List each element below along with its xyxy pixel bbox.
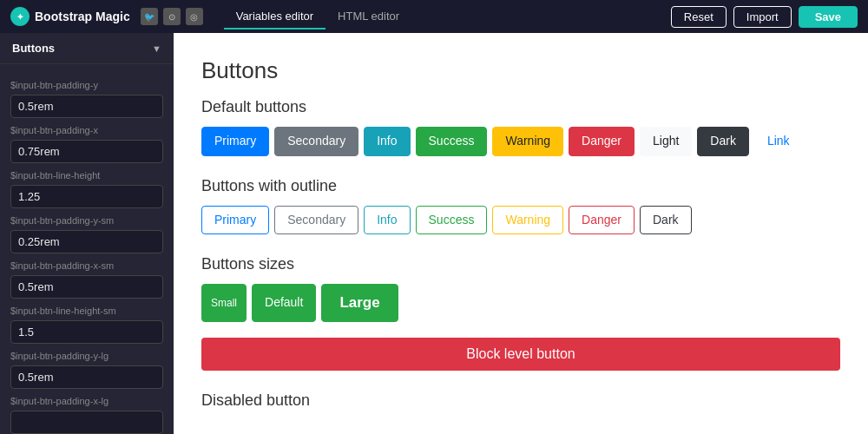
btn-block-level[interactable]: Block level button bbox=[201, 338, 840, 371]
sidebar-label-5: $input-btn-line-height-sm bbox=[10, 306, 163, 316]
sidebar-label-7: $input-btn-padding-x-lg bbox=[10, 396, 163, 406]
sidebar-header: Buttons ▼ bbox=[0, 33, 174, 64]
btn-outline-dark[interactable]: Dark bbox=[640, 206, 692, 235]
tab-variables-editor[interactable]: Variables editor bbox=[224, 4, 326, 30]
sidebar-section-title: Buttons bbox=[12, 42, 55, 55]
sidebar-label-0: $input-btn-padding-y bbox=[10, 80, 163, 90]
github-icon[interactable]: ⊙ bbox=[163, 8, 181, 25]
tab-html-editor[interactable]: HTML editor bbox=[326, 4, 411, 30]
btn-warning[interactable]: Warning bbox=[492, 127, 563, 156]
size-buttons-section: Buttons sizes Small Default Large Block … bbox=[201, 255, 840, 371]
btn-light[interactable]: Light bbox=[640, 127, 692, 156]
sidebar-input-2[interactable] bbox=[10, 185, 163, 208]
nav-tabs: Variables editor HTML editor bbox=[224, 4, 411, 30]
page-title: Buttons bbox=[201, 57, 840, 84]
size-buttons-row: Small Default Large bbox=[201, 284, 840, 322]
outline-buttons-row: Primary Secondary Info Success Warning D… bbox=[201, 206, 840, 235]
default-buttons-section: Default buttons Primary Secondary Info S… bbox=[201, 98, 840, 156]
btn-secondary[interactable]: Secondary bbox=[274, 127, 358, 156]
sidebar-label-4: $input-btn-padding-x-sm bbox=[10, 260, 163, 271]
outline-buttons-section: Buttons with outline Primary Secondary I… bbox=[201, 177, 840, 235]
btn-outline-success[interactable]: Success bbox=[416, 206, 488, 235]
social-links: 🐦 ⊙ ◎ bbox=[141, 8, 203, 25]
brand-name: Bootstrap Magic bbox=[35, 10, 130, 23]
btn-large[interactable]: Large bbox=[321, 284, 398, 322]
btn-outline-info[interactable]: Info bbox=[364, 206, 410, 235]
sidebar-items: $input-btn-padding-y $input-btn-padding-… bbox=[0, 64, 174, 434]
btn-success[interactable]: Success bbox=[416, 127, 488, 156]
import-button[interactable]: Import bbox=[733, 6, 792, 28]
reset-button[interactable]: Reset bbox=[671, 6, 727, 28]
sidebar-label-1: $input-btn-padding-x bbox=[10, 125, 163, 135]
chevron-down-icon: ▼ bbox=[152, 43, 161, 54]
sidebar: Buttons ▼ $input-btn-padding-y $input-bt… bbox=[0, 33, 174, 434]
btn-info[interactable]: Info bbox=[364, 127, 410, 156]
twitter-icon[interactable]: 🐦 bbox=[141, 8, 158, 25]
btn-outline-danger[interactable]: Danger bbox=[569, 206, 635, 235]
btn-default[interactable]: Default bbox=[252, 284, 316, 322]
btn-outline-warning[interactable]: Warning bbox=[492, 206, 563, 235]
btn-primary[interactable]: Primary bbox=[201, 127, 269, 156]
content-area: Buttons Default buttons Primary Secondar… bbox=[174, 33, 868, 434]
sidebar-input-1[interactable] bbox=[10, 140, 163, 163]
save-button[interactable]: Save bbox=[799, 6, 858, 28]
sidebar-input-0[interactable] bbox=[10, 95, 163, 118]
github2-icon[interactable]: ◎ bbox=[186, 8, 203, 25]
btn-dark[interactable]: Dark bbox=[697, 127, 749, 156]
default-buttons-row: Primary Secondary Info Success Warning D… bbox=[201, 127, 840, 156]
sidebar-input-4[interactable] bbox=[10, 275, 163, 299]
disabled-button-title: Disabled button bbox=[201, 391, 840, 410]
btn-link[interactable]: Link bbox=[754, 127, 803, 156]
navbar: ✦ Bootstrap Magic 🐦 ⊙ ◎ Variables editor… bbox=[0, 0, 868, 33]
disabled-button-section: Disabled button bbox=[201, 391, 840, 410]
outline-buttons-title: Buttons with outline bbox=[201, 177, 840, 195]
sidebar-input-7[interactable] bbox=[10, 411, 163, 434]
sidebar-label-2: $input-btn-line-height bbox=[10, 170, 163, 181]
sidebar-input-3[interactable] bbox=[10, 230, 163, 253]
brand-icon: ✦ bbox=[10, 7, 30, 26]
brand: ✦ Bootstrap Magic bbox=[10, 7, 130, 26]
sidebar-input-6[interactable] bbox=[10, 365, 163, 389]
sidebar-label-3: $input-btn-padding-y-sm bbox=[10, 215, 163, 226]
btn-outline-secondary[interactable]: Secondary bbox=[274, 206, 358, 235]
main-layout: Buttons ▼ $input-btn-padding-y $input-bt… bbox=[0, 33, 868, 434]
btn-small[interactable]: Small bbox=[201, 284, 247, 322]
size-buttons-title: Buttons sizes bbox=[201, 255, 840, 273]
sidebar-label-6: $input-btn-padding-y-lg bbox=[10, 351, 163, 361]
default-buttons-title: Default buttons bbox=[201, 98, 840, 116]
btn-outline-primary[interactable]: Primary bbox=[201, 206, 269, 235]
navbar-actions: Reset Import Save bbox=[671, 6, 858, 28]
sidebar-input-5[interactable] bbox=[10, 320, 163, 344]
btn-danger[interactable]: Danger bbox=[569, 127, 635, 156]
